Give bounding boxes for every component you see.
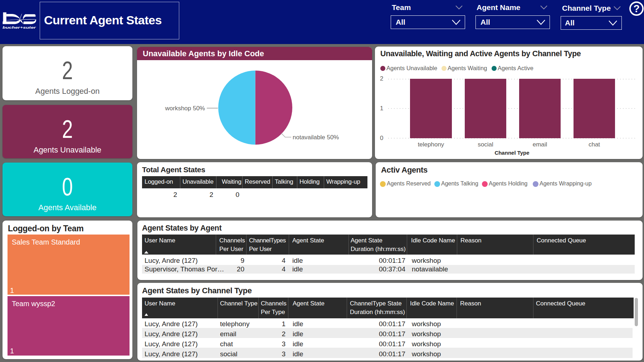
svg-text:bucher+suter: bucher+suter (3, 25, 36, 29)
